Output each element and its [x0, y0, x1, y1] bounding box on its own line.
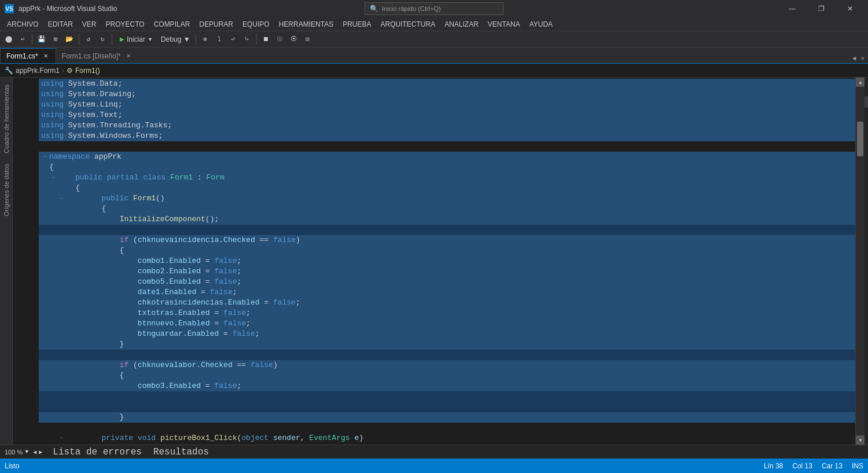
- toolbar-step2[interactable]: ⤶: [227, 33, 240, 46]
- code-editor[interactable]: using System.Data; using System.Drawing;…: [39, 78, 855, 445]
- tab-error-list[interactable]: Lista de errores: [47, 446, 148, 459]
- toolbar-stop[interactable]: ⏹: [260, 33, 273, 46]
- minimize-button[interactable]: —: [779, 0, 806, 17]
- menu-compilar[interactable]: COMPILAR: [149, 17, 195, 31]
- menu-bar: ARCHIVO EDITAR VER PROYECTO COMPILAR DEP…: [0, 17, 868, 31]
- menu-analizar[interactable]: ANALIZAR: [440, 17, 483, 31]
- code-line-25: btnguardar.Enabled = false;: [39, 329, 855, 339]
- toolbar-sep1: [32, 34, 32, 45]
- menu-ventana[interactable]: VENTANA: [483, 17, 525, 31]
- scroll-down-btn[interactable]: ▼: [856, 435, 865, 445]
- code-line-33: }: [39, 412, 855, 423]
- code-line-6: using System.Windows.Forms;: [39, 131, 855, 141]
- scroll-left-icon[interactable]: ◀: [33, 449, 36, 456]
- tab-form1cs-close[interactable]: ✕: [42, 52, 50, 60]
- run-button[interactable]: ▶ Iniciar ▼: [115, 33, 157, 46]
- toolbar-open[interactable]: 📂: [63, 33, 76, 46]
- code-line-18: combo1.Enabled = false;: [39, 256, 855, 266]
- vertical-scrollbar[interactable]: ▲ ▼: [855, 78, 865, 445]
- zoom-expand-icon[interactable]: ▼: [25, 449, 28, 455]
- close-button[interactable]: ✕: [837, 0, 863, 17]
- code-line-22: chkotrasincidencias.Enabled = false;: [39, 298, 855, 308]
- close-all-icon[interactable]: ✕: [859, 53, 866, 63]
- menu-depurar[interactable]: DEPURAR: [194, 17, 238, 31]
- menu-ayuda[interactable]: AYUDA: [525, 17, 557, 31]
- toolbar: ⬤ ↩ 💾 ⊞ 📂 ↺ ↻ ▶ Iniciar ▼ Debug ▼ ⊕ ⤵ ⤶ …: [0, 31, 868, 47]
- vs-logo: VS: [5, 4, 14, 13]
- status-col: Col 13: [792, 462, 812, 470]
- toolbar-save-all[interactable]: ⊞: [49, 33, 62, 46]
- scroll-up-btn[interactable]: ▲: [856, 78, 865, 87]
- menu-prueba[interactable]: PRUEBA: [338, 17, 376, 31]
- tab-form1cs[interactable]: Form1.cs* ✕: [0, 48, 56, 63]
- zoom-controls: 100 % ▼ ◀ ▶: [0, 449, 47, 456]
- code-line-10: − public partial class Form1 : Form: [39, 173, 855, 183]
- line-numbers: [13, 78, 39, 445]
- toolbar-sep2: [79, 34, 79, 45]
- toolbar-save[interactable]: 💾: [35, 33, 48, 46]
- bottom-tabs: Lista de errores Resultados: [47, 446, 215, 459]
- scroll-right-icon[interactable]: ▶: [39, 449, 42, 456]
- code-line-14: InitializeComponent();: [39, 214, 855, 225]
- toolbar-step1[interactable]: ⤵: [213, 33, 226, 46]
- toolbar-step3[interactable]: ⤷: [241, 33, 253, 46]
- menu-editar[interactable]: EDITAR: [43, 17, 78, 31]
- breadcrumb-namespace[interactable]: appPrk.Form1: [16, 67, 60, 75]
- sidebar-tab-toolbox[interactable]: Cuadro de herramientas: [2, 80, 11, 158]
- sidebar-tab-datasources[interactable]: Orígenes de datos: [2, 159, 11, 221]
- breadcrumb-icon: 🔧: [5, 67, 13, 75]
- scroll-track[interactable]: [856, 87, 865, 435]
- menu-archivo[interactable]: ARCHIVO: [2, 17, 43, 31]
- menu-arquitectura[interactable]: ARQUITECTURA: [376, 17, 440, 31]
- toolbar-undo[interactable]: ↩: [16, 33, 29, 46]
- scroll-thumb[interactable]: [857, 122, 863, 156]
- toolbar-sep4: [196, 34, 196, 45]
- code-line-26: }: [39, 339, 855, 350]
- quick-search-label[interactable]: Inicio rápido (Ctrl+Q): [382, 5, 441, 12]
- code-line-11: {: [39, 183, 855, 193]
- run-dropdown-icon: ▼: [148, 36, 153, 42]
- breadcrumb-method[interactable]: Form1(): [75, 67, 100, 75]
- code-line-34: [39, 423, 855, 433]
- status-bar-right: Lín 38 Col 13 Car 13 INS: [764, 462, 863, 470]
- status-bar: Listo Lín 38 Col 13 Car 13 INS: [0, 459, 868, 473]
- pin-icon[interactable]: ◀: [851, 53, 858, 63]
- collapse-icon-ctor[interactable]: −: [57, 195, 65, 203]
- toolbar-undo2[interactable]: ↺: [82, 33, 95, 46]
- zoom-value[interactable]: 100 %: [5, 449, 23, 456]
- code-line-15: [39, 225, 855, 235]
- toolbar-bp2[interactable]: ⦿: [288, 33, 300, 46]
- menu-ver[interactable]: VER: [78, 17, 101, 31]
- debug-dropdown[interactable]: Debug ▼: [159, 33, 193, 46]
- toolbar-attach[interactable]: ⊕: [199, 33, 212, 46]
- code-line-3: using System.Linq;: [39, 100, 855, 110]
- minimap-thumb[interactable]: [865, 96, 868, 108]
- code-line-20: combo5.Enabled = false;: [39, 277, 855, 287]
- code-line-9: {: [39, 162, 855, 173]
- collapse-icon-class[interactable]: −: [49, 174, 57, 182]
- menu-equipo[interactable]: EQUIPO: [238, 17, 274, 31]
- tab-form1cs-design-close[interactable]: ✕: [124, 52, 133, 60]
- collapse-icon-namespace[interactable]: −: [41, 153, 49, 161]
- toolbar-redo[interactable]: ↻: [96, 33, 109, 46]
- code-line-35: − private void pictureBox1_Click(object …: [39, 433, 855, 443]
- title-bar-left: VS appPrk - Microsoft Visual Studio: [5, 4, 117, 13]
- collapse-icon-picturebox[interactable]: −: [57, 434, 65, 442]
- breadcrumb-bar: 🔧 appPrk.Form1 › ⚙ Form1(): [0, 64, 868, 78]
- tab-bar-controls: ◀ ✕: [851, 53, 868, 63]
- restore-button[interactable]: ❐: [808, 0, 834, 17]
- search-icon: 🔍: [370, 5, 378, 13]
- main-area: Cuadro de herramientas Orígenes de datos: [0, 78, 868, 445]
- code-line-19: combo2.Enabled = false;: [39, 266, 855, 277]
- run-triangle-icon: ▶: [120, 36, 124, 42]
- code-line-7: [39, 141, 855, 152]
- tab-form1cs-design[interactable]: Form1.cs [Diseño]* ✕: [56, 48, 138, 63]
- toolbar-bp1[interactable]: ⦾: [274, 33, 286, 46]
- toolbar-bp3[interactable]: ⊡: [301, 33, 314, 46]
- toolbar-new[interactable]: ⬤: [2, 33, 15, 46]
- tab-results[interactable]: Resultados: [148, 446, 215, 459]
- app-title: appPrk - Microsoft Visual Studio: [19, 5, 117, 13]
- code-line-5: using System.Threading.Tasks;: [39, 120, 855, 131]
- menu-proyecto[interactable]: PROYECTO: [101, 17, 149, 31]
- menu-herramientas[interactable]: HERRAMIENTAS: [274, 17, 338, 31]
